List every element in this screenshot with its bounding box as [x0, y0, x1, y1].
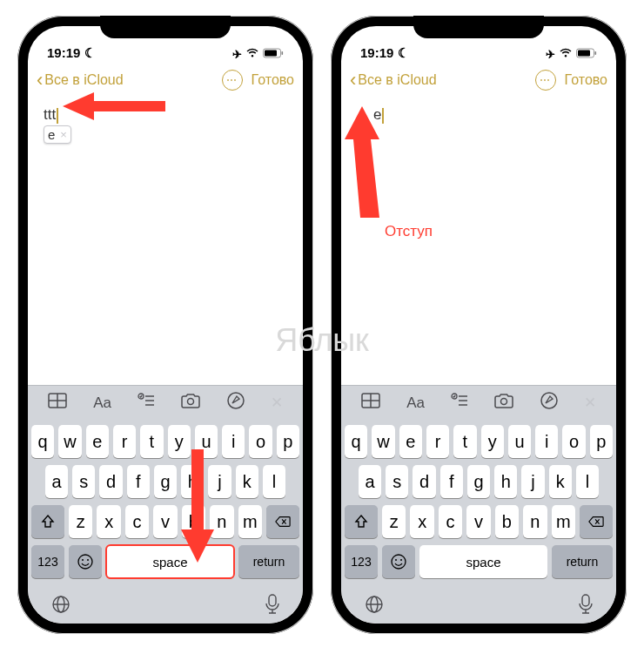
chevron-left-icon: ‹ [350, 69, 356, 91]
key-z[interactable]: z [69, 505, 92, 538]
table-icon[interactable] [48, 393, 67, 413]
emoji-key[interactable] [382, 545, 415, 578]
key-w[interactable]: w [372, 425, 394, 458]
mic-icon[interactable] [265, 594, 280, 618]
key-e[interactable]: e [86, 425, 109, 458]
battery-icon [263, 48, 284, 61]
camera-icon[interactable] [494, 393, 513, 413]
svg-point-35 [395, 559, 397, 561]
more-button[interactable]: ⋯ [535, 70, 556, 91]
checklist-icon[interactable] [451, 393, 468, 413]
globe-icon[interactable] [364, 594, 385, 618]
shift-key[interactable] [31, 505, 64, 538]
more-button[interactable]: ⋯ [222, 70, 243, 91]
back-button[interactable]: ‹ Все в iCloud [37, 69, 124, 91]
key-u[interactable]: u [508, 425, 531, 458]
key-m[interactable]: m [552, 505, 575, 538]
annotation-arrow-3 [345, 106, 397, 219]
svg-rect-40 [582, 595, 589, 606]
text-format-button[interactable]: Aa [93, 394, 111, 412]
done-button[interactable]: Готово [565, 72, 607, 88]
svg-point-34 [392, 555, 406, 569]
numbers-key[interactable]: 123 [345, 545, 378, 578]
key-n[interactable]: n [523, 505, 547, 538]
return-key[interactable]: return [238, 545, 299, 578]
key-a[interactable]: a [45, 465, 68, 498]
note-body[interactable]: ttt e × [28, 98, 303, 385]
space-key[interactable]: space [419, 545, 547, 578]
suggestion-text: e [48, 127, 55, 142]
camera-icon[interactable] [181, 393, 200, 413]
close-toolbar-icon[interactable]: ✕ [584, 394, 596, 412]
mic-icon[interactable] [578, 594, 594, 618]
more-icon: ⋯ [540, 74, 551, 86]
key-r[interactable]: r [113, 425, 136, 458]
key-x[interactable]: x [97, 505, 120, 538]
key-b[interactable]: b [495, 505, 519, 538]
text-format-button[interactable]: Aa [406, 394, 425, 412]
key-r[interactable]: r [426, 425, 449, 458]
close-toolbar-icon[interactable]: ✕ [271, 394, 283, 412]
key-l[interactable]: l [576, 465, 599, 498]
typed-text: ttt e × [44, 106, 58, 124]
svg-rect-2 [282, 51, 284, 55]
svg-marker-3 [63, 92, 165, 120]
key-c[interactable]: c [125, 505, 149, 538]
key-k[interactable]: k [549, 465, 572, 498]
markup-icon[interactable] [227, 392, 245, 414]
key-e[interactable]: e [399, 425, 422, 458]
key-q[interactable]: q [345, 425, 367, 458]
done-button[interactable]: Готово [252, 72, 294, 88]
key-j[interactable]: j [521, 465, 544, 498]
key-row-4: 123 space return [31, 545, 299, 578]
checklist-icon[interactable] [138, 393, 155, 413]
table-icon[interactable] [361, 393, 380, 413]
key-d[interactable]: d [99, 465, 122, 498]
note-body[interactable]: e Отступ [341, 98, 616, 385]
key-row-2: asdfghjkl [345, 465, 613, 498]
emoji-key[interactable] [69, 545, 102, 578]
key-p[interactable]: p [277, 425, 299, 458]
nav-bar: ‹ Все в iCloud ⋯ Готово [341, 63, 616, 98]
key-f[interactable]: f [127, 465, 150, 498]
markup-icon[interactable] [540, 392, 558, 414]
key-p[interactable]: p [590, 425, 613, 458]
key-t[interactable]: t [140, 425, 163, 458]
key-i[interactable]: i [535, 425, 558, 458]
key-l[interactable]: l [263, 465, 285, 498]
key-o[interactable]: o [562, 425, 585, 458]
key-g[interactable]: g [467, 465, 490, 498]
svg-rect-20 [269, 595, 276, 606]
keyboard: Aa ✕ qwertyuiop asdfghjkl zxcvbnm 123 [28, 385, 303, 624]
key-c[interactable]: c [439, 505, 462, 538]
key-h[interactable]: h [494, 465, 517, 498]
more-icon: ⋯ [226, 74, 238, 86]
svg-rect-23 [595, 51, 597, 55]
delete-key[interactable] [580, 505, 613, 538]
key-x[interactable]: x [410, 505, 433, 538]
delete-key[interactable] [266, 505, 299, 538]
key-y[interactable]: y [481, 425, 504, 458]
key-v[interactable]: v [466, 505, 490, 538]
key-d[interactable]: d [413, 465, 435, 498]
key-f[interactable]: f [440, 465, 463, 498]
numbers-key[interactable]: 123 [31, 545, 64, 578]
key-t[interactable]: t [453, 425, 476, 458]
airplane-icon: ✈ [232, 48, 242, 61]
back-button[interactable]: ‹ Все в iCloud [350, 69, 437, 91]
key-w[interactable]: w [58, 425, 81, 458]
notch [100, 16, 231, 38]
notes-toolbar: Aa ✕ [28, 385, 303, 420]
annotation-arrow-2 [167, 449, 228, 563]
key-k[interactable]: k [236, 465, 258, 498]
key-z[interactable]: z [382, 505, 406, 538]
key-s[interactable]: s [72, 465, 95, 498]
key-m[interactable]: m [238, 505, 262, 538]
key-q[interactable]: q [31, 425, 54, 458]
return-key[interactable]: return [552, 545, 613, 578]
key-a[interactable]: a [359, 465, 381, 498]
key-s[interactable]: s [386, 465, 408, 498]
key-o[interactable]: o [249, 425, 272, 458]
shift-key[interactable] [345, 505, 378, 538]
globe-icon[interactable] [50, 594, 71, 618]
